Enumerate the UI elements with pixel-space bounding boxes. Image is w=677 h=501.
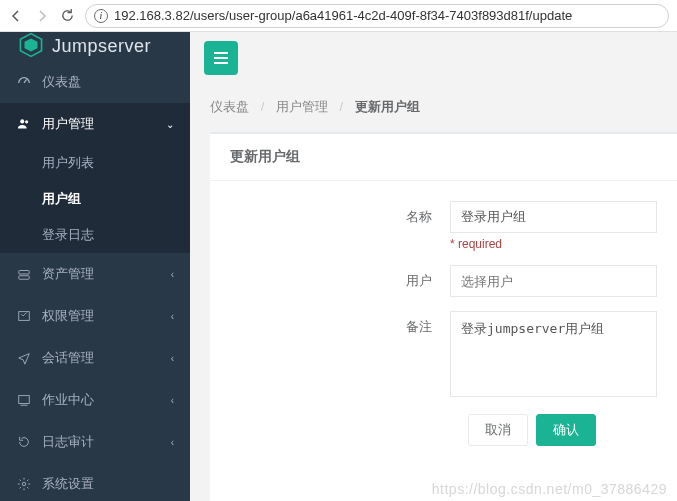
sidebar-item-audit[interactable]: 日志审计 ‹ bbox=[0, 421, 190, 463]
sidebar-item-label: 权限管理 bbox=[42, 307, 94, 325]
breadcrumb-current: 更新用户组 bbox=[355, 99, 420, 114]
session-icon bbox=[16, 351, 32, 365]
sidebar-item-label: 用户列表 bbox=[42, 155, 94, 170]
name-input[interactable] bbox=[450, 201, 657, 233]
sidebar-item-sessions[interactable]: 会话管理 ‹ bbox=[0, 337, 190, 379]
url-bar[interactable]: i 192.168.3.82/users/user-group/a6a41961… bbox=[85, 4, 669, 28]
form: 名称 * required 用户 备注 bbox=[210, 181, 677, 456]
sidebar-subitem-usergroup[interactable]: 用户组 bbox=[0, 181, 190, 217]
chevron-down-icon: ⌄ bbox=[166, 119, 174, 130]
sidebar-item-settings[interactable]: 系统设置 bbox=[0, 463, 190, 501]
sidebar-subitem-userlist[interactable]: 用户列表 bbox=[0, 145, 190, 181]
sidebar-item-label: 用户管理 bbox=[42, 115, 94, 133]
user-label: 用户 bbox=[230, 265, 450, 297]
brand-logo-icon bbox=[18, 32, 44, 61]
sidebar-item-jobs[interactable]: 作业中心 ‹ bbox=[0, 379, 190, 421]
audit-icon bbox=[16, 435, 32, 449]
topbar bbox=[190, 32, 677, 84]
toggle-sidebar-button[interactable] bbox=[204, 41, 238, 75]
settings-icon bbox=[16, 477, 32, 491]
sidebar-item-dashboard[interactable]: 仪表盘 bbox=[0, 61, 190, 103]
sidebar: Jumpserver 仪表盘 用户管理 ⌄ 用户列表 用户组 登录日志 资产管理… bbox=[0, 32, 190, 501]
comment-label: 备注 bbox=[230, 311, 450, 400]
users-icon bbox=[16, 117, 32, 131]
sidebar-item-assets[interactable]: 资产管理 ‹ bbox=[0, 253, 190, 295]
sidebar-item-label: 日志审计 bbox=[42, 433, 94, 451]
breadcrumb-sep: / bbox=[261, 99, 265, 114]
sidebar-item-label: 登录日志 bbox=[42, 227, 94, 242]
svg-rect-7 bbox=[19, 312, 30, 321]
svg-line-2 bbox=[24, 79, 27, 83]
forward-button[interactable] bbox=[34, 8, 50, 24]
panel-title: 更新用户组 bbox=[210, 134, 677, 181]
sidebar-item-label: 资产管理 bbox=[42, 265, 94, 283]
info-icon: i bbox=[94, 9, 108, 23]
sidebar-subitem-loginlog[interactable]: 登录日志 bbox=[0, 217, 190, 253]
dashboard-icon bbox=[16, 75, 32, 89]
svg-point-3 bbox=[20, 119, 24, 123]
submit-button[interactable]: 确认 bbox=[536, 414, 596, 446]
chevron-left-icon: ‹ bbox=[171, 311, 174, 322]
brand-name: Jumpserver bbox=[52, 36, 151, 57]
panel: 更新用户组 名称 * required 用户 备注 bbox=[210, 132, 677, 501]
breadcrumb-item[interactable]: 用户管理 bbox=[276, 99, 328, 114]
url-text: 192.168.3.82/users/user-group/a6a41961-4… bbox=[114, 8, 572, 23]
sidebar-item-label: 作业中心 bbox=[42, 391, 94, 409]
brand[interactable]: Jumpserver bbox=[0, 32, 190, 61]
sidebar-item-label: 系统设置 bbox=[42, 475, 94, 493]
svg-rect-6 bbox=[19, 271, 30, 275]
sidebar-item-label: 仪表盘 bbox=[42, 73, 81, 91]
svg-rect-5 bbox=[19, 276, 30, 280]
breadcrumb: 仪表盘 / 用户管理 / 更新用户组 bbox=[190, 84, 677, 132]
chevron-left-icon: ‹ bbox=[171, 353, 174, 364]
breadcrumb-item[interactable]: 仪表盘 bbox=[210, 99, 249, 114]
chevron-left-icon: ‹ bbox=[171, 395, 174, 406]
back-button[interactable] bbox=[8, 8, 24, 24]
svg-point-4 bbox=[25, 120, 28, 123]
sidebar-item-perms[interactable]: 权限管理 ‹ bbox=[0, 295, 190, 337]
required-hint: * required bbox=[450, 237, 657, 251]
comment-textarea[interactable] bbox=[450, 311, 657, 397]
svg-marker-1 bbox=[25, 39, 38, 52]
chevron-left-icon: ‹ bbox=[171, 437, 174, 448]
asset-icon bbox=[16, 267, 32, 281]
chevron-left-icon: ‹ bbox=[171, 269, 174, 280]
sidebar-item-label: 会话管理 bbox=[42, 349, 94, 367]
name-label: 名称 bbox=[230, 201, 450, 251]
cancel-button[interactable]: 取消 bbox=[468, 414, 528, 446]
hamburger-icon bbox=[213, 51, 229, 65]
breadcrumb-sep: / bbox=[340, 99, 344, 114]
user-select[interactable] bbox=[450, 265, 657, 297]
sidebar-item-label: 用户组 bbox=[42, 191, 81, 206]
sidebar-item-users[interactable]: 用户管理 ⌄ bbox=[0, 103, 190, 145]
svg-point-10 bbox=[22, 482, 26, 486]
sidebar-submenu-users: 用户列表 用户组 登录日志 bbox=[0, 145, 190, 253]
job-icon bbox=[16, 393, 32, 407]
browser-bar: i 192.168.3.82/users/user-group/a6a41961… bbox=[0, 0, 677, 32]
svg-rect-8 bbox=[19, 396, 30, 404]
reload-button[interactable] bbox=[60, 8, 75, 23]
perm-icon bbox=[16, 309, 32, 323]
main: 仪表盘 / 用户管理 / 更新用户组 更新用户组 名称 * required 用… bbox=[190, 32, 677, 501]
